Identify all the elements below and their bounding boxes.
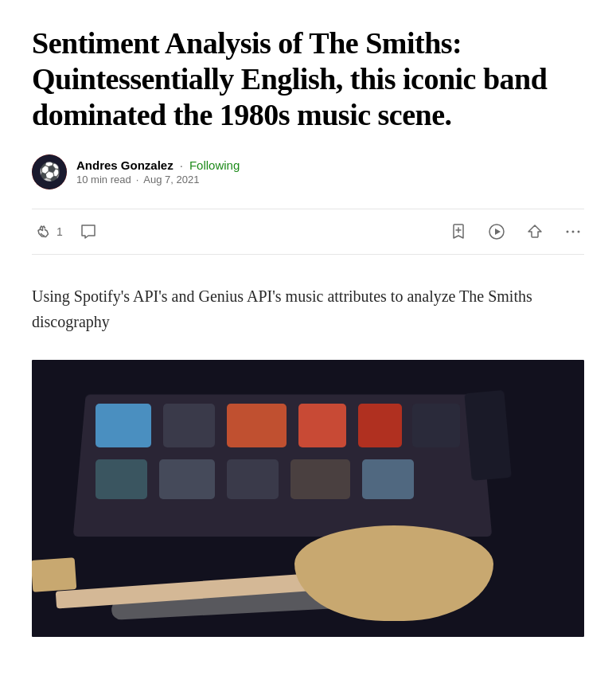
share-icon xyxy=(525,222,544,241)
comment-button[interactable] xyxy=(77,221,99,243)
clap-button[interactable]: 1 xyxy=(32,221,64,243)
save-button[interactable] xyxy=(447,221,470,243)
author-row: Andres Gonzalez · Following 10 min read … xyxy=(32,154,584,189)
more-button[interactable] xyxy=(562,221,584,243)
svg-point-6 xyxy=(578,231,580,233)
share-button[interactable] xyxy=(524,221,546,243)
author-info: Andres Gonzalez · Following 10 min read … xyxy=(76,158,240,185)
guitar-scene-graphic xyxy=(32,360,584,637)
author-separator: · xyxy=(180,158,183,172)
author-name[interactable]: Andres Gonzalez xyxy=(76,158,173,172)
avatar[interactable] xyxy=(32,154,67,189)
svg-point-4 xyxy=(567,231,569,233)
clap-count: 1 xyxy=(57,225,63,238)
read-time: 10 min read xyxy=(76,174,131,185)
article-title: Sentiment Analysis of The Smiths: Quinte… xyxy=(32,25,584,132)
clap-icon xyxy=(33,222,53,241)
following-label[interactable]: Following xyxy=(189,158,240,172)
bookmark-icon xyxy=(449,222,468,241)
article-toolbar: 1 xyxy=(32,209,584,255)
svg-marker-3 xyxy=(495,228,501,235)
toolbar-right xyxy=(447,221,584,243)
listen-button[interactable] xyxy=(485,221,508,243)
play-icon xyxy=(487,222,506,241)
comment-icon xyxy=(79,222,98,241)
avatar-image xyxy=(32,154,67,189)
svg-point-5 xyxy=(572,231,575,233)
more-icon xyxy=(563,222,583,241)
article-hero-image xyxy=(32,360,584,637)
toolbar-left: 1 xyxy=(32,221,99,243)
page-container: Sentiment Analysis of The Smiths: Quinte… xyxy=(0,0,616,637)
publish-date: Aug 7, 2021 xyxy=(143,174,199,185)
article-subtitle: Using Spotify's API's and Genius API's m… xyxy=(32,283,584,334)
meta-date-separator: · xyxy=(136,174,139,185)
author-name-row: Andres Gonzalez · Following xyxy=(76,158,240,172)
meta-row: 10 min read · Aug 7, 2021 xyxy=(76,174,240,185)
